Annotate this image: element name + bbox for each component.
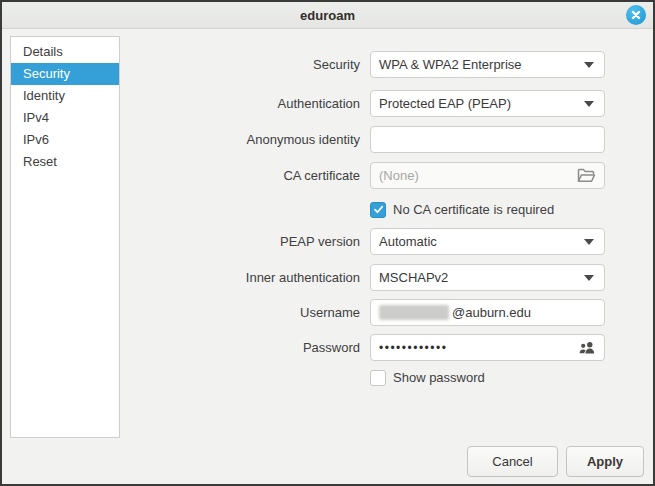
username-domain-text: @auburn.edu xyxy=(452,305,531,320)
sidebar-item-reset[interactable]: Reset xyxy=(11,151,119,173)
show-password-checkbox[interactable] xyxy=(370,370,386,386)
ca-certificate-value: (None) xyxy=(379,168,419,183)
peap-version-dropdown-value: Automatic xyxy=(379,234,437,249)
authentication-dropdown[interactable]: Protected EAP (PEAP) xyxy=(370,90,605,117)
sidebar-item-security[interactable]: Security xyxy=(11,63,119,85)
sidebar-item-identity[interactable]: Identity xyxy=(11,85,119,107)
inner-authentication-dropdown[interactable]: MSCHAPv2 xyxy=(370,264,605,291)
authentication-row: Authentication Protected EAP (PEAP) xyxy=(132,90,605,117)
password-dots: •••••••••••• xyxy=(379,341,572,355)
inner-authentication-dropdown-value: MSCHAPv2 xyxy=(379,270,448,285)
security-form: Security WPA & WPA2 Enterprise Authentic… xyxy=(132,51,605,386)
peap-version-label: PEAP version xyxy=(132,234,360,249)
no-ca-required-row: No CA certificate is required xyxy=(370,201,605,218)
username-row: Username @auburn.edu xyxy=(132,299,605,326)
authentication-label: Authentication xyxy=(132,96,360,111)
password-label: Password xyxy=(132,340,360,355)
username-input[interactable]: @auburn.edu xyxy=(370,299,605,326)
settings-sidebar: Details Security Identity IPv4 IPv6 Rese… xyxy=(10,36,120,438)
show-password-row: Show password xyxy=(370,369,605,386)
dialog-footer: Cancel Apply xyxy=(467,446,644,477)
wifi-settings-dialog: eduroam Details Security Identity IPv4 I… xyxy=(0,0,655,486)
ca-certificate-picker[interactable]: (None) xyxy=(370,162,605,189)
checkmark-icon xyxy=(373,201,384,219)
no-ca-required-checkbox[interactable] xyxy=(370,202,386,218)
anonymous-identity-field-wrap xyxy=(370,126,605,153)
chevron-down-icon xyxy=(584,62,594,68)
close-button[interactable] xyxy=(626,5,646,25)
authentication-dropdown-value: Protected EAP (PEAP) xyxy=(379,96,511,111)
anonymous-identity-input[interactable] xyxy=(371,127,604,152)
cancel-button[interactable]: Cancel xyxy=(467,446,558,477)
password-input[interactable]: •••••••••••• xyxy=(370,334,605,361)
no-ca-required-label: No CA certificate is required xyxy=(393,202,554,217)
window-title: eduroam xyxy=(300,8,355,23)
security-dropdown[interactable]: WPA & WPA2 Enterprise xyxy=(370,51,605,78)
ca-certificate-row: CA certificate (None) xyxy=(132,162,605,189)
sidebar-item-ipv6[interactable]: IPv6 xyxy=(11,129,119,151)
chevron-down-icon xyxy=(584,275,594,281)
folder-open-icon[interactable] xyxy=(571,163,596,188)
anonymous-identity-row: Anonymous identity xyxy=(132,126,605,153)
titlebar: eduroam xyxy=(2,2,653,29)
sidebar-item-details[interactable]: Details xyxy=(11,41,119,63)
show-password-label: Show password xyxy=(393,370,485,385)
inner-authentication-row: Inner authentication MSCHAPv2 xyxy=(132,264,605,291)
security-label: Security xyxy=(132,57,360,72)
peap-version-row: PEAP version Automatic xyxy=(132,228,605,255)
inner-authentication-label: Inner authentication xyxy=(132,270,360,285)
sidebar-item-ipv4[interactable]: IPv4 xyxy=(11,107,119,129)
security-row: Security WPA & WPA2 Enterprise xyxy=(132,51,605,78)
ca-certificate-label: CA certificate xyxy=(132,168,360,183)
users-icon[interactable] xyxy=(572,335,596,360)
username-label: Username xyxy=(132,305,360,320)
redacted-username xyxy=(379,305,449,320)
security-dropdown-value: WPA & WPA2 Enterprise xyxy=(379,57,522,72)
chevron-down-icon xyxy=(584,239,594,245)
close-icon xyxy=(631,6,641,24)
password-row: Password •••••••••••• xyxy=(132,334,605,361)
chevron-down-icon xyxy=(584,101,594,107)
peap-version-dropdown[interactable]: Automatic xyxy=(370,228,605,255)
anonymous-identity-label: Anonymous identity xyxy=(132,132,360,147)
apply-button[interactable]: Apply xyxy=(566,446,644,477)
